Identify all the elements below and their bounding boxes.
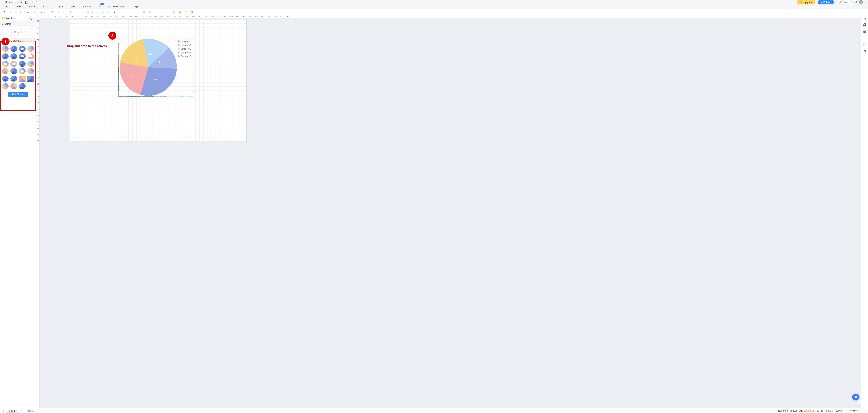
upgrade-button[interactable]: 🛒Upgrade <box>797 0 815 4</box>
undo-button[interactable]: ↶ <box>2 10 7 14</box>
image-button[interactable]: 🖼 <box>189 10 194 14</box>
drag-here-zone[interactable]: ⊕Drag Here <box>2 29 34 36</box>
library-caret-icon[interactable]: ∨ <box>17 17 19 19</box>
assistant-fab[interactable]: 💬 <box>852 394 859 401</box>
layers-icon[interactable]: 🗐 <box>863 24 866 27</box>
redo-button[interactable]: ↷ <box>8 10 12 14</box>
shape-thumb[interactable] <box>19 53 26 59</box>
menu-search-feature[interactable]: Search Feature <box>108 5 125 8</box>
pie-slice[interactable] <box>120 39 148 67</box>
shape-thumb[interactable] <box>27 46 34 52</box>
menu-insert[interactable]: Insert <box>42 5 48 8</box>
fit-icon[interactable]: ▣ <box>821 409 823 412</box>
menu-ai[interactable]: AIhot <box>98 5 100 8</box>
font-color-button[interactable]: A <box>68 10 73 14</box>
shape-thumb[interactable] <box>27 61 34 67</box>
notes-icon[interactable]: 📄 <box>863 43 867 46</box>
shape-thumb[interactable] <box>10 53 17 59</box>
align-objects-button[interactable]: ⊢ <box>154 10 158 14</box>
line-color-button[interactable]: ✎ <box>106 10 111 14</box>
share-button[interactable]: 🔗Share <box>836 0 851 4</box>
text-style-button[interactable]: T <box>74 10 79 14</box>
present-icon[interactable]: ▹ <box>864 36 866 40</box>
crop-button[interactable]: 📈 <box>172 10 176 14</box>
menu-view[interactable]: View <box>70 5 75 8</box>
lock-button[interactable]: 🔒 <box>177 10 182 14</box>
shape-thumb[interactable] <box>2 61 9 67</box>
focus-button[interactable]: Focus ▷ <box>825 409 834 412</box>
line-spacing-button[interactable]: ≣ <box>86 10 90 14</box>
apps-icon[interactable]: ▦ <box>863 30 866 33</box>
search-icon[interactable]: 🔍 <box>29 17 32 20</box>
export-icon[interactable]: ↗ <box>31 1 33 4</box>
menu-edit[interactable]: Edit <box>17 5 21 8</box>
menu-symbol[interactable]: Symbol <box>83 5 91 8</box>
shape-thumb[interactable] <box>2 46 9 52</box>
shape-thumb[interactable] <box>2 76 9 82</box>
expand-link[interactable]: Expand <box>804 409 812 412</box>
shape-thumb[interactable] <box>10 61 17 67</box>
ungroup-button[interactable]: ▤ <box>148 10 153 14</box>
help-icon[interactable]: ⓘ <box>854 0 857 4</box>
shape-thumb[interactable] <box>19 68 26 74</box>
fullscreen-button[interactable]: ⛶ <box>864 409 866 412</box>
avatar-caret-icon[interactable]: ▾ <box>865 1 866 3</box>
shape-thumb[interactable] <box>2 53 9 59</box>
bold-button[interactable]: B <box>50 10 55 14</box>
shape-thumb[interactable] <box>27 68 34 74</box>
menu-plugin[interactable]: Plugin <box>132 5 138 8</box>
fill-button[interactable]: ◻ <box>100 10 105 14</box>
pages-icon[interactable]: ◫ <box>2 409 4 412</box>
shape-thumb[interactable] <box>19 76 26 82</box>
effects-button[interactable]: ✦ <box>165 10 170 14</box>
collapse-panel-icon[interactable]: « <box>33 17 35 20</box>
shape-thumb[interactable] <box>2 68 9 74</box>
menu-layout[interactable]: Layout <box>56 5 63 8</box>
line-style-button[interactable]: — <box>121 10 126 14</box>
font-select[interactable]: Arial▾ <box>23 10 37 14</box>
shape-thumb[interactable] <box>10 76 17 82</box>
shape-thumb[interactable] <box>2 83 9 89</box>
pie-chart[interactable]: 220180150120100 <box>120 39 177 96</box>
text-tool-button[interactable]: T <box>95 10 99 14</box>
menu-select[interactable]: Select <box>28 5 35 8</box>
menu-file[interactable]: File <box>5 5 9 8</box>
arrow-start-button[interactable]: ← <box>127 10 132 14</box>
italic-button[interactable]: I <box>56 10 61 14</box>
layers-toggle[interactable]: ☰ <box>816 409 819 412</box>
group-button[interactable]: ▣ <box>142 10 147 14</box>
section-collect[interactable]: ▾collect <box>0 21 36 27</box>
add-page-button[interactable]: + <box>21 409 23 412</box>
add-shapes-button[interactable]: Add Shapes <box>8 92 28 97</box>
shape-thumb[interactable] <box>19 61 26 67</box>
format-painter-button[interactable]: 🖌 <box>14 10 19 14</box>
shape-thumb[interactable] <box>19 46 26 52</box>
page-select[interactable]: Page-1▾ <box>6 409 19 413</box>
shape-thumb[interactable] <box>10 83 17 89</box>
underline-button[interactable]: U <box>62 10 67 14</box>
font-size-select[interactable]: 12▾ <box>38 10 46 14</box>
align-button[interactable]: ≡ <box>80 10 85 14</box>
back-icon[interactable]: ‹ <box>2 0 3 4</box>
zoom-in-button[interactable]: + <box>861 409 862 412</box>
canvas[interactable]: Drag and drop to the canvas 2 Category 1… <box>40 19 861 408</box>
publish-button[interactable]: ➤Publish <box>818 0 834 4</box>
zoom-value[interactable]: 100% ▾ <box>836 409 843 412</box>
page-canvas[interactable]: Drag and drop to the canvas 2 Category 1… <box>69 19 247 141</box>
shape-thumb[interactable] <box>27 53 34 59</box>
connector-button[interactable]: ↳ <box>112 10 117 14</box>
history-icon[interactable]: ↻ <box>864 49 866 53</box>
shape-thumb[interactable] <box>27 76 34 82</box>
style-icon[interactable]: ◈ <box>864 17 866 21</box>
distribute-button[interactable]: ⊣ <box>160 10 164 14</box>
rightrail-toggle[interactable]: ▸ <box>858 400 861 404</box>
shape-thumb[interactable] <box>10 68 17 74</box>
tools-button[interactable]: ⚙ <box>183 10 188 14</box>
shape-thumb[interactable] <box>10 46 17 52</box>
file-name[interactable]: Unnamed File(5) <box>5 1 23 4</box>
star-icon[interactable]: ☆ <box>35 1 38 4</box>
arrow-end-button[interactable]: → <box>133 10 138 14</box>
zoom-out-button[interactable]: − <box>845 409 847 412</box>
zoom-slider[interactable] <box>849 410 859 411</box>
save-icon[interactable]: 💾 <box>25 1 28 4</box>
